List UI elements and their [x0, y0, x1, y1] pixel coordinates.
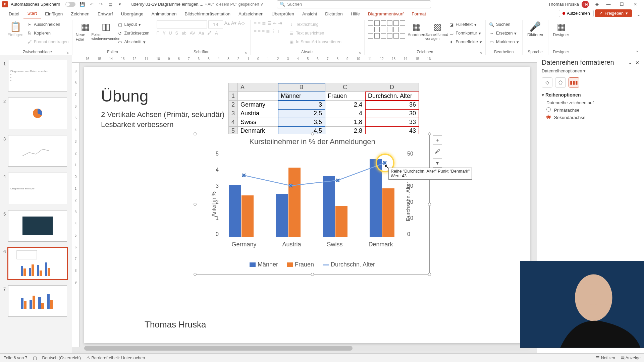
opt-primary-axis[interactable]: Primärachse: [546, 107, 639, 113]
paste-button[interactable]: 📋Einfügen: [6, 20, 25, 37]
chart-object[interactable]: Kursteilnehmer in % der Anmeldungen Ante…: [195, 134, 430, 275]
scrollbar-thumb[interactable]: [84, 346, 353, 351]
tab-entwurf[interactable]: Entwurf: [94, 9, 117, 18]
bar-swiss-f[interactable]: [335, 206, 347, 237]
tab-hilfe[interactable]: Hilfe: [347, 9, 364, 18]
autosave-toggle[interactable]: [65, 2, 75, 7]
tab-ansicht[interactable]: Ansicht: [298, 9, 321, 18]
dialog-launcher-icon[interactable]: ↘: [66, 51, 69, 54]
opt-secondary-axis[interactable]: Sekundärachse: [546, 115, 639, 120]
quick-styles-button[interactable]: ▨Schnellformat-vorlagen: [428, 20, 447, 41]
tab-ueberpruefen[interactable]: Überprüfen: [267, 9, 298, 18]
search-input[interactable]: 🔍 Suchen: [277, 0, 431, 8]
text-direction-button[interactable]: ↕Textrichtung: [289, 20, 341, 28]
slide-author[interactable]: Thomas Hruska: [145, 319, 206, 330]
line-series[interactable]: [219, 151, 319, 201]
highlight-icon[interactable]: 🖍: [207, 31, 212, 36]
increase-font-icon[interactable]: A▴: [224, 20, 230, 28]
slide[interactable]: Übung 2 Vertikale Achsen (Primär, sekund…: [84, 67, 530, 343]
save-icon[interactable]: 💾: [79, 1, 85, 7]
tab-animationen[interactable]: Animationen: [147, 9, 180, 18]
shadow-icon[interactable]: ab: [181, 31, 186, 36]
pane-series-icon[interactable]: ▮▮▮: [569, 77, 579, 87]
pane-fill-icon[interactable]: ◇: [542, 77, 552, 87]
pane-options-icon[interactable]: ⌄: [628, 60, 632, 65]
chevron-down-icon[interactable]: ▾: [583, 68, 586, 73]
thumb-7[interactable]: [8, 285, 67, 317]
font-color-icon[interactable]: A: [215, 31, 218, 36]
bar-swiss-m[interactable]: [323, 176, 335, 237]
tab-einfuegen[interactable]: Einfügen: [41, 9, 67, 18]
clear-format-icon[interactable]: A◇: [238, 20, 245, 28]
align-text-button[interactable]: ☰Text ausrichten: [289, 29, 341, 37]
layout-button[interactable]: ▢Layout ▾: [117, 20, 150, 28]
close-icon[interactable]: ✕: [629, 0, 642, 8]
font-size-combo[interactable]: 18: [208, 20, 223, 28]
outline-button[interactable]: ▭Formkontur ▾: [449, 29, 482, 37]
redo-icon[interactable]: ↷: [98, 1, 104, 7]
maximize-icon[interactable]: ☐: [615, 0, 629, 8]
data-table[interactable]: A B C D 1 Männer Frauen Durchschn. Alter…: [228, 83, 419, 135]
chart-legend[interactable]: Männer Frauen Durchschn. Alter: [195, 261, 429, 268]
chart-elements-button[interactable]: ＋: [433, 135, 442, 145]
thumb-5[interactable]: [8, 210, 67, 242]
section-button[interactable]: ▭Abschnitt ▾: [117, 38, 150, 46]
replace-button[interactable]: ↔Ersetzen ▾: [489, 29, 519, 37]
slide-subtitle-2[interactable]: Lesbarkeit verbessern: [101, 120, 173, 129]
chart-styles-button[interactable]: 🖌: [433, 147, 442, 156]
undo-icon[interactable]: ↶: [89, 1, 95, 7]
reset-button[interactable]: ↺Zurücksetzen: [117, 29, 150, 37]
ribbon-options-icon[interactable]: ⌄: [633, 46, 641, 55]
tab-datei[interactable]: Datei: [5, 9, 23, 18]
pane-section-header[interactable]: Reihenoptionen: [542, 92, 639, 98]
thumb-1[interactable]: Diagramme aus Daten erstellen• ...• ...•…: [8, 60, 67, 92]
cut-button[interactable]: ✂Ausschneiden: [27, 20, 69, 28]
shape-gallery[interactable]: [368, 20, 405, 39]
decrease-font-icon[interactable]: A▾: [231, 20, 236, 28]
status-accessibility[interactable]: ⚠ Barrierefreiheit: Untersuchen: [86, 355, 145, 360]
user-name[interactable]: Thomas Hruska: [548, 2, 579, 7]
status-slide-count[interactable]: Folie 6 von 7: [3, 356, 28, 360]
diamond-icon[interactable]: ◈: [594, 1, 600, 7]
strike-icon[interactable]: S: [175, 31, 178, 36]
smartart-button[interactable]: ▣In SmartArt konvertieren: [289, 38, 341, 46]
avatar[interactable]: TH: [582, 1, 589, 8]
thumb-4[interactable]: Diagramme einfügen: [8, 173, 67, 204]
tab-start[interactable]: Start: [23, 9, 41, 18]
thumb-2[interactable]: [8, 98, 67, 129]
bar-germany-f[interactable]: [241, 195, 254, 237]
dictate-button[interactable]: 🎤Diktieren: [526, 20, 545, 37]
bar-denmark-f[interactable]: [382, 188, 394, 237]
underline-icon[interactable]: U: [169, 31, 172, 36]
arrange-button[interactable]: ▦Anordnen: [407, 20, 426, 37]
tab-uebergaenge[interactable]: Übergänge: [117, 9, 148, 18]
slideshow-icon[interactable]: ▤: [107, 1, 113, 7]
format-painter-button[interactable]: 🖌Format übertragen: [27, 38, 69, 46]
bold-icon[interactable]: F: [157, 31, 159, 36]
tab-bildschirm[interactable]: Bildschirmpräsentation: [181, 9, 235, 18]
italic-icon[interactable]: K: [163, 31, 166, 36]
status-display-button[interactable]: ▤ Anzeige: [621, 355, 641, 360]
pane-effects-icon[interactable]: ⬠: [555, 77, 566, 87]
copy-button[interactable]: ⎘Kopieren: [27, 29, 69, 37]
dialog-launcher-icon[interactable]: ↘: [358, 51, 361, 54]
slide-subtitle-1[interactable]: 2 Vertikale Achsen (Primär, sekundär): [101, 110, 224, 119]
saved-location[interactable]: • Auf "diesem PC" gespeichert ∨: [205, 2, 263, 7]
record-button[interactable]: Aufzeichnen: [559, 10, 594, 17]
select-button[interactable]: ▭Markieren ▾: [489, 38, 519, 46]
slide-canvas[interactable]: 1615141312111098765432101234567891011121…: [72, 55, 537, 353]
dialog-launcher-icon[interactable]: ↘: [244, 51, 247, 54]
slide-thumbnails[interactable]: 1Diagramme aus Daten erstellen• ...• ...…: [0, 55, 72, 353]
tab-zeichnen[interactable]: Zeichnen: [67, 9, 94, 18]
status-notes-button[interactable]: ☰ Notizen: [596, 355, 615, 360]
spacing-icon[interactable]: AV: [190, 31, 195, 36]
ribbon-collapse-icon[interactable]: ⌄: [637, 12, 641, 17]
share-button[interactable]: ↗Freigeben▾: [595, 9, 632, 17]
pane-close-icon[interactable]: ✕: [635, 60, 639, 65]
reuse-slides-button[interactable]: ▥Folien wiederverwenden: [97, 20, 115, 41]
thumb-6[interactable]: [8, 248, 67, 279]
qat-more-icon[interactable]: ▾: [117, 1, 123, 7]
tab-diagrammentwurf[interactable]: Diagrammentwurf: [364, 9, 408, 18]
tab-dictation[interactable]: Dictation: [321, 9, 347, 18]
dialog-launcher-icon[interactable]: ↘: [479, 51, 482, 54]
